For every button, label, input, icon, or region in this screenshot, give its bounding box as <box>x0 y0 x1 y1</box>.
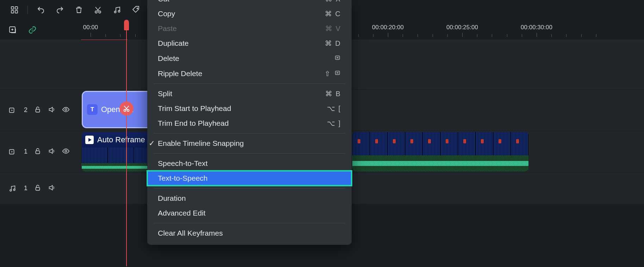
context-menu-divider <box>154 133 345 134</box>
context-menu-item-shortcut: ⌘ V <box>325 24 341 33</box>
context-menu-item-label: Trim Start to Playhead <box>158 104 231 113</box>
context-menu-item-label: Speech-to-Text <box>158 159 208 168</box>
track-v2-mute-icon[interactable] <box>48 106 56 115</box>
context-menu-item-shortcut: ⌥ ] <box>327 119 341 128</box>
track-v2-visibility-icon[interactable] <box>62 106 70 115</box>
context-menu-item-label: Advanced Edit <box>158 209 205 217</box>
context-menu-item-shortcut: ⌘ X <box>325 0 341 3</box>
svg-rect-1 <box>15 7 18 9</box>
svg-rect-3 <box>15 11 18 13</box>
delete-key-icon <box>334 55 341 62</box>
track-v2-number: 2 <box>24 106 27 114</box>
context-menu-divider <box>154 83 345 84</box>
track-a1-type-icon <box>8 185 16 192</box>
svg-point-8 <box>137 8 138 9</box>
add-track-button[interactable] <box>8 26 17 34</box>
context-menu-item-label: Paste <box>158 24 177 33</box>
svg-point-7 <box>118 11 120 12</box>
text-clip-icon: T <box>87 104 98 115</box>
track-a1-mute-icon[interactable] <box>48 184 56 193</box>
context-menu-item-advanced-edit[interactable]: Advanced Edit <box>147 206 352 221</box>
track-a1-header: 1 <box>0 184 81 193</box>
context-menu-item-label: Duration <box>158 194 186 203</box>
track-v1-number: 1 <box>24 148 27 155</box>
playhead-split-button[interactable] <box>119 101 134 116</box>
clip-video-santa[interactable] <box>352 132 528 172</box>
svg-rect-16 <box>36 151 40 154</box>
context-menu-item-duplicate[interactable]: Duplicate⌘ D <box>147 36 352 51</box>
track-v1-mute-icon[interactable] <box>48 147 56 156</box>
timeline-playhead[interactable] <box>126 20 127 266</box>
context-menu-item-label: Text-to-Speech <box>158 174 208 182</box>
svg-rect-13 <box>36 109 40 112</box>
context-menu-item-label: Split <box>158 89 172 98</box>
context-menu-item-enable-timeline-snapping[interactable]: ✓Enable Timeline Snapping <box>147 136 352 151</box>
context-menu-item-split[interactable]: Split⌘ B <box>147 86 352 101</box>
context-menu-item-label: Copy <box>158 10 175 18</box>
link-toggle-button[interactable] <box>28 26 37 34</box>
svg-rect-20 <box>36 187 40 190</box>
track-v2-type-icon <box>8 106 16 114</box>
playhead-handle[interactable] <box>124 20 129 30</box>
ruler-label: 00:00 <box>83 24 98 31</box>
undo-button[interactable] <box>35 4 47 16</box>
context-menu-item-label: Clear All Keyframes <box>158 229 223 237</box>
track-v2-lock-icon[interactable] <box>34 106 42 115</box>
track-v2-header: 2 <box>0 106 81 115</box>
context-menu-divider <box>154 223 345 223</box>
context-menu-item-label: Cut <box>158 0 169 3</box>
context-menu-item-delete[interactable]: Delete <box>147 51 352 66</box>
svg-point-18 <box>10 190 12 191</box>
ruler-label: 00:00:30:00 <box>521 24 552 31</box>
context-menu-item-copy[interactable]: Copy⌘ C <box>147 6 352 21</box>
context-menu-item-shortcut: ⌘ B <box>325 89 341 98</box>
context-menu-item-shortcut: ⌘ D <box>325 39 341 48</box>
context-menu-item-label: ✓Enable Timeline Snapping <box>158 139 244 148</box>
track-v1-visibility-icon[interactable] <box>62 147 70 156</box>
context-menu-item-shortcut: ⌥ [ <box>327 104 341 113</box>
context-menu-item-duration[interactable]: Duration <box>147 191 352 206</box>
context-menu-item-shortcut: ⇧ <box>324 69 341 78</box>
tag-button[interactable] <box>130 4 142 16</box>
track-v1-type-icon <box>8 148 16 156</box>
context-menu-divider <box>154 153 345 154</box>
svg-point-14 <box>65 108 67 111</box>
context-menu-item-trim-end-to-playhead[interactable]: Trim End to Playhead⌥ ] <box>147 116 352 131</box>
ruler-label: 00:00:20:00 <box>372 24 404 31</box>
context-menu-item-label: Duplicate <box>158 39 189 48</box>
delete-button[interactable] <box>73 4 85 16</box>
toolbar-layout-button[interactable] <box>8 4 20 16</box>
svg-point-6 <box>114 11 116 13</box>
ruler-label: 00:00:25:00 <box>446 24 478 31</box>
context-menu-item-paste: Paste⌘ V <box>147 21 352 36</box>
context-menu-item-text-to-speech[interactable]: Text-to-Speech <box>147 171 352 186</box>
video-clip-label: Auto Reframe <box>97 135 145 144</box>
track-a1-number: 1 <box>24 185 27 192</box>
svg-point-17 <box>65 150 67 152</box>
context-menu-item-label: Delete <box>158 54 179 63</box>
delete-key-icon <box>334 70 341 77</box>
cut-button[interactable] <box>92 4 104 16</box>
context-menu-item-speech-to-text[interactable]: Speech-to-Text <box>147 156 352 171</box>
context-menu-item-shortcut <box>334 54 341 63</box>
context-menu-divider <box>154 188 345 188</box>
track-v1-header: 1 <box>0 147 81 156</box>
video-clip-play-icon <box>85 136 94 144</box>
track-a1-lock-icon[interactable] <box>34 184 42 193</box>
context-menu-item-cut[interactable]: Cut⌘ X <box>147 0 352 6</box>
music-button[interactable] <box>111 4 123 16</box>
context-menu-item-trim-start-to-playhead[interactable]: Trim Start to Playhead⌥ [ <box>147 101 352 116</box>
svg-rect-2 <box>11 11 14 13</box>
clip-audio-waveform <box>352 155 528 172</box>
redo-button[interactable] <box>54 4 66 16</box>
context-menu-item-clear-all-keyframes[interactable]: Clear All Keyframes <box>147 226 352 241</box>
context-menu-item-shortcut: ⌘ C <box>325 10 341 18</box>
toolbar-separator <box>27 6 28 14</box>
context-menu: Cut⌘ XCopy⌘ CPaste⌘ VDuplicate⌘ DDelete … <box>147 0 352 245</box>
svg-point-19 <box>13 189 15 191</box>
ruler-red-line <box>81 39 128 40</box>
context-menu-item-label: Ripple Delete <box>158 69 202 78</box>
context-menu-item-ripple-delete[interactable]: Ripple Delete⇧ <box>147 66 352 81</box>
track-v1-lock-icon[interactable] <box>34 147 42 156</box>
context-menu-item-label: Trim End to Playhead <box>158 119 229 128</box>
